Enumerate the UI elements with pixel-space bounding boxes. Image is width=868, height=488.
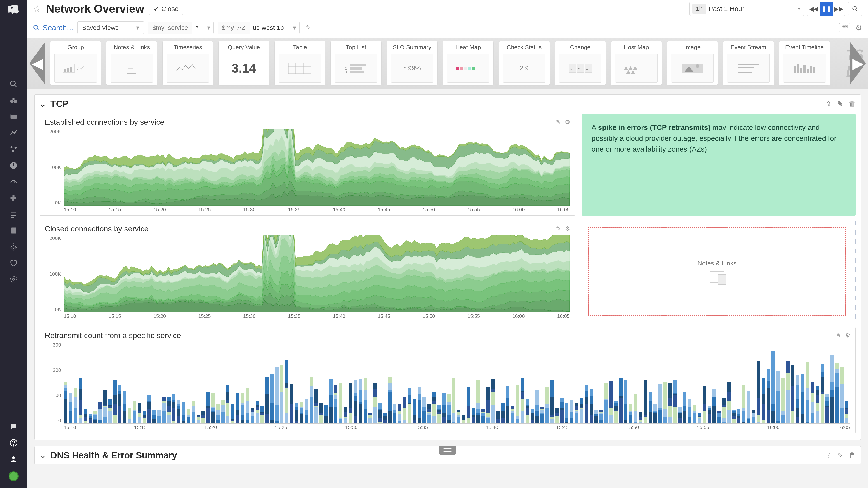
svg-point-1 bbox=[11, 81, 16, 86]
topbar: ☆ Network Overview ✔ Close 1h Past 1 Hou… bbox=[27, 0, 868, 18]
edit-icon[interactable]: ✎ bbox=[837, 100, 843, 108]
search-icon[interactable] bbox=[9, 80, 18, 88]
gear-icon[interactable]: ⚙ bbox=[565, 225, 570, 232]
logo[interactable] bbox=[6, 2, 21, 17]
widget-card-heat-map[interactable]: Heat Map bbox=[442, 41, 494, 86]
user-icon[interactable] bbox=[9, 455, 18, 463]
widget-card-table[interactable]: Table bbox=[274, 41, 326, 86]
svg-rect-604 bbox=[712, 397, 716, 406]
panel-title: Retransmit count from a specific service bbox=[45, 331, 181, 340]
tplvar-my-az[interactable]: $my_AZ us-west-1b ▾ bbox=[218, 22, 300, 34]
integrations-icon[interactable] bbox=[9, 194, 18, 202]
dashboard-icon[interactable] bbox=[9, 112, 18, 121]
time-back-button[interactable]: ◀◀ bbox=[807, 2, 820, 15]
svg-rect-186 bbox=[187, 415, 190, 417]
note-widget[interactable]: A spike in errors (TCP retransmits) may … bbox=[582, 114, 856, 216]
svg-rect-617 bbox=[727, 410, 731, 423]
svg-rect-436 bbox=[501, 418, 504, 423]
security-icon[interactable] bbox=[9, 259, 18, 267]
delete-icon[interactable]: 🗑 bbox=[849, 451, 856, 459]
panel-closed[interactable]: Closed connections by service ✎⚙ 200K100… bbox=[39, 221, 575, 322]
widget-card-image[interactable]: Image bbox=[667, 41, 718, 86]
svg-rect-624 bbox=[732, 412, 735, 413]
service-map-icon[interactable] bbox=[9, 145, 18, 153]
widget-card-change[interactable]: Change xyz bbox=[555, 41, 606, 86]
widget-card-slo-summary[interactable]: SLO Summary ↑ 99% bbox=[386, 41, 438, 86]
keyboard-icon[interactable]: ⌨ bbox=[839, 23, 850, 32]
svg-rect-143 bbox=[133, 401, 136, 410]
rum-icon[interactable] bbox=[9, 275, 18, 283]
svg-rect-108 bbox=[93, 415, 97, 419]
svg-rect-313 bbox=[354, 396, 357, 401]
gear-icon[interactable]: ⚙ bbox=[845, 332, 850, 339]
svg-text:3: 3 bbox=[345, 70, 347, 74]
tplvar-my-service[interactable]: $my_service * ▾ bbox=[148, 22, 213, 34]
notebook-icon[interactable] bbox=[9, 226, 18, 234]
palette-next[interactable]: ▶ bbox=[850, 42, 866, 85]
legend-toggle[interactable] bbox=[439, 446, 456, 455]
svg-rect-279 bbox=[305, 398, 308, 410]
infra-icon[interactable] bbox=[9, 242, 18, 251]
share-icon[interactable]: ⇪ bbox=[826, 100, 831, 108]
time-forward-button[interactable]: ▶▶ bbox=[833, 2, 845, 15]
svg-rect-272 bbox=[300, 414, 303, 423]
svg-rect-133 bbox=[118, 385, 121, 391]
svg-rect-552 bbox=[644, 380, 647, 416]
drop-placeholder[interactable]: Notes & Links bbox=[582, 221, 856, 322]
svg-rect-393 bbox=[447, 394, 451, 402]
search-button[interactable]: Search... bbox=[33, 23, 73, 32]
svg-rect-215 bbox=[226, 400, 229, 403]
panel-established[interactable]: Established connections by service ✎⚙ 20… bbox=[39, 114, 575, 216]
metrics-icon[interactable] bbox=[9, 129, 18, 137]
avatar[interactable] bbox=[8, 471, 19, 481]
widget-card-event-timeline[interactable]: Event Timeline bbox=[779, 41, 830, 86]
svg-rect-649 bbox=[762, 394, 765, 403]
widget-card-query-value[interactable]: Query Value 3.14 bbox=[218, 41, 270, 86]
svg-point-31 bbox=[34, 25, 38, 29]
palette-prev[interactable]: ◀ bbox=[29, 42, 45, 85]
svg-rect-104 bbox=[89, 416, 92, 418]
saved-views-dropdown[interactable]: Saved Views bbox=[77, 22, 144, 34]
svg-rect-361 bbox=[413, 416, 416, 420]
time-pause-button[interactable]: ❚❚ bbox=[820, 2, 833, 15]
share-icon[interactable]: ⇪ bbox=[826, 451, 831, 459]
alert-icon[interactable] bbox=[9, 161, 18, 169]
widget-card-timeseries[interactable]: Timeseries bbox=[162, 41, 213, 86]
edit-icon[interactable]: ✎ bbox=[836, 332, 841, 339]
svg-rect-188 bbox=[192, 412, 195, 423]
edit-icon[interactable]: ✎ bbox=[837, 451, 843, 459]
help-icon[interactable] bbox=[9, 439, 18, 447]
chat-icon[interactable] bbox=[9, 422, 18, 431]
widget-card-notes-links[interactable]: Notes & Links bbox=[106, 41, 157, 86]
time-zoom-button[interactable] bbox=[848, 2, 862, 16]
svg-rect-582 bbox=[683, 406, 686, 411]
svg-rect-165 bbox=[162, 397, 166, 401]
widget-card-top-list[interactable]: Top List 123 bbox=[331, 41, 381, 86]
gear-icon[interactable]: ⚙ bbox=[855, 23, 862, 32]
svg-rect-277 bbox=[305, 415, 308, 423]
delete-icon[interactable]: 🗑 bbox=[849, 100, 856, 108]
svg-rect-677 bbox=[801, 374, 804, 392]
binoculars-icon[interactable] bbox=[9, 96, 18, 104]
edit-icon[interactable]: ✎ bbox=[556, 119, 561, 126]
widget-card-event-stream[interactable]: Event Stream bbox=[723, 41, 774, 86]
widget-card-check-status[interactable]: Check Status 2 9 bbox=[499, 41, 550, 86]
close-button[interactable]: ✔ Close bbox=[149, 3, 184, 15]
widget-card-host-map[interactable]: Host Map bbox=[611, 41, 662, 86]
svg-rect-293 bbox=[329, 408, 333, 423]
svg-rect-97 bbox=[79, 378, 82, 389]
svg-rect-300 bbox=[334, 385, 338, 393]
svg-rect-395 bbox=[452, 422, 456, 423]
logs-icon[interactable] bbox=[9, 210, 18, 218]
collapse-icon[interactable]: ⌄ bbox=[39, 99, 46, 108]
widget-card-group[interactable]: Group bbox=[50, 41, 101, 86]
edit-vars-icon[interactable]: ✎ bbox=[306, 24, 311, 31]
favorite-star-icon[interactable]: ☆ bbox=[33, 3, 41, 14]
panel-retransmit[interactable]: Retransmit count from a specific service… bbox=[39, 327, 856, 433]
gear-icon[interactable]: ⚙ bbox=[565, 119, 570, 126]
gauge-icon[interactable] bbox=[9, 177, 18, 186]
edit-icon[interactable]: ✎ bbox=[556, 225, 561, 232]
time-range-picker[interactable]: 1h Past 1 Hour ▾ bbox=[689, 2, 804, 16]
svg-rect-466 bbox=[535, 405, 539, 411]
collapse-icon[interactable]: ⌄ bbox=[39, 451, 46, 460]
